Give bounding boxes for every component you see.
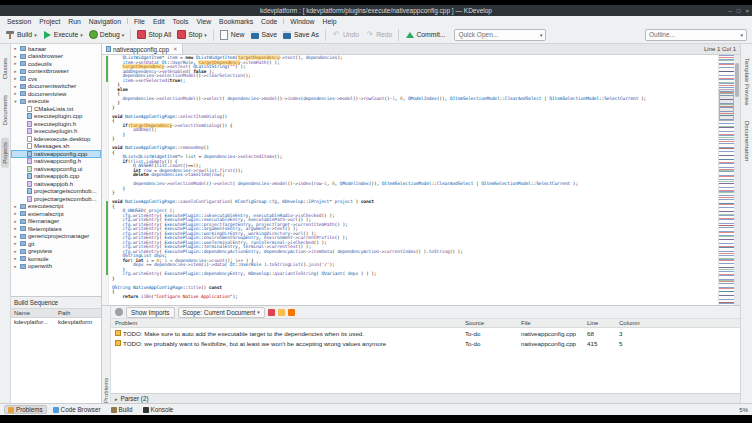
- tree-item-classbrowser[interactable]: ▸classbrowser: [11, 53, 101, 61]
- tree-item-documentview[interactable]: ▸documentview: [11, 90, 101, 98]
- execute-button[interactable]: Execute▾: [40, 28, 86, 41]
- tree-item-codeutils[interactable]: ▸codeutils: [11, 60, 101, 68]
- warning-flag-icon[interactable]: [278, 309, 285, 316]
- menu-file[interactable]: File: [130, 18, 149, 25]
- problem-row[interactable]: TODO: we probably want to flexibilize, b…: [111, 338, 740, 348]
- tree-item-label: projecttargetscombob...: [34, 196, 97, 202]
- statusbar-tab-konsole[interactable]: Konsole: [139, 405, 178, 414]
- filter-icon[interactable]: [115, 308, 123, 316]
- dock-tab-documents[interactable]: Documents: [1, 91, 9, 129]
- tree-item-execute[interactable]: ▾execute: [11, 98, 101, 106]
- tree-item-grepview[interactable]: ▸grepview: [11, 248, 101, 256]
- statusbar-tab-code-browser[interactable]: Code Browser: [49, 405, 105, 414]
- save-as-button[interactable]: Save As: [280, 28, 322, 41]
- folder-icon: [20, 84, 26, 89]
- problem-row[interactable]: TODO: Make sure to auto add the executab…: [111, 328, 740, 338]
- tree-item-documentswitcher[interactable]: ▸documentswitcher: [11, 83, 101, 91]
- hint-flag-icon[interactable]: [288, 309, 295, 316]
- menu-bookmarks[interactable]: Bookmarks: [215, 18, 257, 25]
- tree-item-executescript[interactable]: ▸executescript: [11, 203, 101, 211]
- tree-item-contextbrowser[interactable]: ▸contextbrowser: [11, 68, 101, 76]
- close-button[interactable]: ×: [745, 8, 749, 14]
- undo-button[interactable]: ↶Undo: [329, 28, 362, 41]
- problems-col-column[interactable]: Column: [619, 320, 665, 326]
- tree-item-openwith[interactable]: ▸openwith: [11, 263, 101, 271]
- tree-item-filetemplates[interactable]: ▸filetemplates: [11, 225, 101, 233]
- menu-session[interactable]: Session: [3, 18, 35, 25]
- tree-item-cvs[interactable]: ▸cvs: [11, 75, 101, 83]
- problems-col-line[interactable]: Line: [587, 320, 619, 326]
- tree-item-genericprojectmanager[interactable]: ▸genericprojectmanager: [11, 233, 101, 241]
- tree-item-executeplugin-cpp[interactable]: executeplugin.cpp: [11, 113, 101, 121]
- menu-window[interactable]: Window: [286, 18, 318, 25]
- menu-code[interactable]: Code: [257, 18, 281, 25]
- tree-item-kdevexecute-desktop[interactable]: kdevexecute.desktop: [11, 135, 101, 143]
- tree-item-konsole[interactable]: ▸konsole: [11, 255, 101, 263]
- statusbar-tab-problems[interactable]: Problems: [4, 405, 47, 414]
- problems-col-source[interactable]: Source: [465, 320, 521, 326]
- minimize-button[interactable]: –: [729, 8, 732, 14]
- build-button[interactable]: Build▾: [3, 28, 40, 41]
- maximize-button[interactable]: □: [737, 8, 741, 14]
- problems-col-problem[interactable]: Problem: [115, 320, 465, 326]
- tree-item-iexecuteplugin-h[interactable]: iexecuteplugin.h: [11, 128, 101, 136]
- chevron-right-icon: ▸: [13, 226, 18, 231]
- debug-button[interactable]: Debug▾: [86, 28, 128, 41]
- title-bar[interactable]: kdevplatform : [ kdevplatform/plugins/ex…: [0, 5, 752, 16]
- dock-tab-documentation[interactable]: Documentation: [743, 117, 751, 165]
- tree-item-cmakelists-txt[interactable]: CMakeLists.txt: [11, 105, 101, 113]
- tree-item-projecttargetscombob[interactable]: projecttargetscombob...: [11, 188, 101, 196]
- toolbar-button-label: Stop All: [148, 31, 171, 38]
- tree-item-nativeappjob-cpp[interactable]: nativeappjob.cpp: [11, 173, 101, 181]
- code-area[interactable]: QListWidgetItem* item = new QListWidgetI…: [109, 55, 718, 305]
- tree-item-bazaar[interactable]: ▸bazaar: [11, 45, 101, 53]
- menu-edit[interactable]: Edit: [149, 18, 169, 25]
- stop-button[interactable]: Stop▾: [174, 28, 210, 41]
- scrollbar-thumb[interactable]: [735, 63, 739, 97]
- tree-item-externalscript[interactable]: ▸externalscript: [11, 210, 101, 218]
- redo-button[interactable]: ↷Redo: [362, 28, 395, 41]
- tree-item-messages-sh[interactable]: Messages.sh: [11, 143, 101, 151]
- editor-area[interactable]: QListWidgetItem* item = new QListWidgetI…: [102, 55, 740, 305]
- menu-help[interactable]: Help: [319, 18, 341, 25]
- dock-tab-classes[interactable]: Classes: [1, 54, 9, 83]
- tree-item-executeplugin-h[interactable]: executeplugin.h: [11, 120, 101, 128]
- build-sequence-col-path[interactable]: Path: [58, 310, 98, 316]
- menu-navigation[interactable]: Navigation: [85, 18, 125, 25]
- show-imports-button[interactable]: Show Imports: [126, 307, 175, 318]
- stop-all-button[interactable]: Stop All: [134, 28, 174, 41]
- toolbar-button-label: Execute: [54, 31, 79, 38]
- new-button[interactable]: New: [217, 28, 248, 41]
- menu-tools[interactable]: Tools: [169, 18, 193, 25]
- tree-item-projecttargetscombob[interactable]: projecttargetscombob...: [11, 195, 101, 203]
- problems-col-file[interactable]: File: [521, 320, 587, 326]
- minimap-viewport[interactable]: [719, 89, 734, 121]
- dock-tab-template-preview[interactable]: Template Preview: [743, 54, 751, 109]
- menu-run[interactable]: Run: [64, 18, 84, 25]
- commit-button[interactable]: Commit...: [402, 28, 448, 41]
- document-tab[interactable]: nativeappconfig.cpp ✕: [102, 44, 183, 54]
- vertical-scrollbar[interactable]: [734, 55, 740, 305]
- quick-open-input[interactable]: Quick Open...▾: [454, 29, 546, 41]
- close-icon[interactable]: ✕: [173, 46, 178, 52]
- parser-bar[interactable]: ▸ Parser (2): [111, 393, 740, 403]
- build-sequence-row[interactable]: kdevplatfor...kdevplatform: [11, 318, 101, 326]
- minimap[interactable]: [718, 55, 734, 305]
- statusbar-tab-build[interactable]: Build: [107, 405, 137, 414]
- tree-item-nativeappconfig-ui[interactable]: nativeappconfig.ui: [11, 165, 101, 173]
- build-sequence-col-name[interactable]: Name: [14, 310, 58, 316]
- folder-icon: [20, 234, 26, 239]
- cpp-file-icon: [106, 46, 111, 52]
- dock-tab-projects[interactable]: Projects: [1, 138, 9, 168]
- menu-view[interactable]: View: [192, 18, 215, 25]
- tree-item-nativeappconfig-cpp[interactable]: nativeappconfig.cpp: [11, 150, 101, 158]
- menu-project[interactable]: Project: [35, 18, 64, 25]
- tree-item-nativeappconfig-h[interactable]: nativeappconfig.h: [11, 158, 101, 166]
- save-button[interactable]: Save: [247, 28, 280, 41]
- outline-input[interactable]: Outline...▾: [645, 29, 747, 41]
- tree-item-filemanager[interactable]: ▸filemanager: [11, 218, 101, 226]
- scope-dropdown[interactable]: Scope: Current Document ▾: [178, 307, 265, 318]
- tree-item-git[interactable]: ▸git: [11, 240, 101, 248]
- error-flag-icon[interactable]: [268, 309, 275, 316]
- tree-item-nativeappjob-h[interactable]: nativeappjob.h: [11, 180, 101, 188]
